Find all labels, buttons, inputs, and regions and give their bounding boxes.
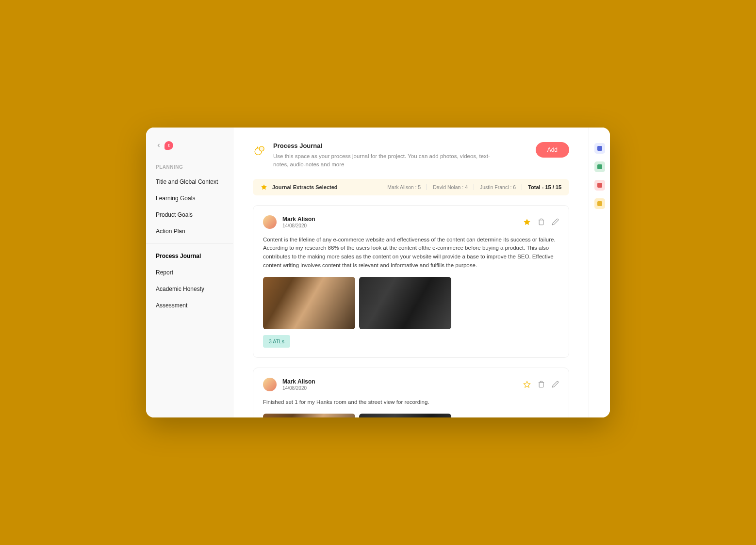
journal-entry: Mark Alison 14/08/2020 Content is the li… [253, 205, 569, 358]
entry-actions [523, 218, 559, 226]
sidebar: t PLANNING Title and Global Context Lear… [146, 128, 233, 417]
journal-entry: Mark Alison 14/08/2020 Finished set 1 fo… [253, 368, 569, 417]
sidebar-item-report[interactable]: Report [146, 264, 233, 281]
sidebar-item-title-global[interactable]: Title and Global Context [146, 174, 233, 190]
sidebar-item-product-goals[interactable]: Product Goals [146, 207, 233, 223]
entry-image[interactable] [359, 277, 451, 329]
page-header: Process Journal Use this space as your p… [253, 142, 569, 169]
extracts-label: Journal Extracts Selected [272, 184, 382, 190]
star-icon [261, 184, 267, 191]
process-journal-icon [253, 144, 266, 158]
avatar[interactable] [263, 378, 277, 391]
calendar-icon[interactable] [594, 143, 605, 154]
sidebar-item-action-plan[interactable]: Action Plan [146, 223, 233, 240]
extracts-stat: David Nolan : 4 [433, 184, 474, 190]
avatar[interactable] [263, 215, 277, 229]
sidebar-section-label: PLANNING [146, 160, 233, 174]
sidebar-item-learning-goals[interactable]: Learning Goals [146, 190, 233, 207]
svg-point-1 [259, 146, 264, 151]
author-info: Mark Alison 14/08/2020 [282, 216, 517, 228]
author-name: Mark Alison [282, 216, 517, 223]
entry-body: Finished set 1 for my Hanks room and the… [263, 398, 559, 407]
main-content: Process Journal Use this space as your p… [233, 128, 589, 417]
entry-actions [523, 381, 559, 388]
extracts-total: Total - 15 / 15 [528, 184, 561, 190]
sidebar-item-assessment[interactable]: Assessment [146, 297, 233, 314]
svg-point-2 [257, 147, 258, 148]
entry-image[interactable] [359, 414, 451, 417]
entry-date: 14/08/2020 [282, 223, 517, 228]
book-icon[interactable] [594, 180, 605, 191]
atl-badge[interactable]: 3 ATLs [263, 335, 290, 348]
entry-image[interactable] [263, 277, 355, 329]
edit-icon[interactable] [552, 381, 559, 388]
app-logo[interactable]: t [164, 141, 173, 150]
sidebar-header: t [146, 141, 233, 160]
trash-icon[interactable] [538, 218, 545, 225]
extracts-stat: Justin Franci : 6 [480, 184, 522, 190]
extracts-stat: Mark Alison : 5 [387, 184, 427, 190]
back-chevron-icon[interactable] [156, 143, 162, 148]
star-outline-icon[interactable] [523, 381, 531, 388]
entry-image[interactable] [263, 414, 355, 417]
header-text: Process Journal Use this space as your p… [273, 142, 529, 169]
extracts-stats: Mark Alison : 5 David Nolan : 4 Justin F… [387, 184, 561, 190]
author-name: Mark Alison [282, 378, 517, 385]
entry-date: 14/08/2020 [282, 385, 517, 391]
star-icon[interactable] [523, 218, 531, 226]
page-subtitle: Use this space as your process journal f… [273, 152, 496, 169]
entry-header: Mark Alison 14/08/2020 [263, 378, 559, 391]
add-button[interactable]: Add [536, 142, 569, 158]
notes-icon[interactable] [594, 161, 605, 172]
entry-body: Content is the lifeline of any e-commerc… [263, 236, 559, 270]
edit-icon[interactable] [552, 218, 559, 225]
extracts-bar: Journal Extracts Selected Mark Alison : … [253, 179, 569, 195]
entry-images [263, 277, 559, 329]
sidebar-divider [146, 243, 233, 244]
entry-header: Mark Alison 14/08/2020 [263, 215, 559, 229]
trash-icon[interactable] [538, 381, 545, 388]
entry-images [263, 414, 559, 417]
page-title: Process Journal [273, 142, 529, 149]
chat-icon[interactable] [594, 198, 605, 209]
author-info: Mark Alison 14/08/2020 [282, 378, 517, 391]
right-rail [589, 128, 610, 417]
sidebar-item-process-journal[interactable]: Process Journal [146, 248, 233, 264]
sidebar-item-academic-honesty[interactable]: Academic Honesty [146, 281, 233, 297]
